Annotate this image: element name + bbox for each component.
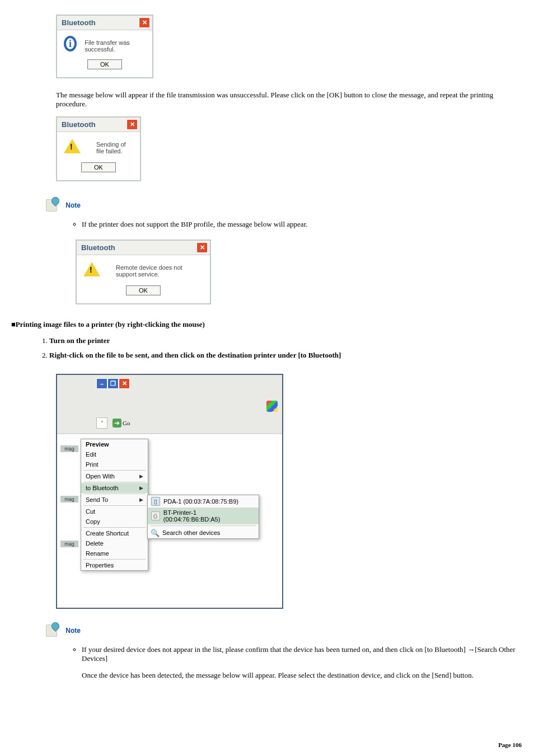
menu-item-label: to Bluetooth xyxy=(86,485,119,491)
file-thumbnail[interactable]: mag xyxy=(60,445,78,452)
submenu-item[interactable]: ⎙BT-Printer-1 (00:04:76:B6:BD:A5) xyxy=(148,508,259,524)
menu-item-label: Create Shortcut xyxy=(86,530,129,537)
note-heading: Note xyxy=(45,198,523,213)
pda-icon: ▯ xyxy=(151,497,160,506)
warning-icon: ! xyxy=(64,138,88,156)
dialog-not-supported: Bluetooth ✕ ! Remote device does not sup… xyxy=(76,240,211,304)
section-heading: ■Printing image files to a printer (by r… xyxy=(11,320,523,329)
context-menu-item[interactable]: Cut xyxy=(81,506,148,516)
file-thumbnail[interactable]: mag xyxy=(60,496,78,503)
file-thumbnail[interactable]: mag xyxy=(60,541,78,547)
dialog-message: File transfer was successful. xyxy=(85,36,143,53)
menu-item-label: Rename xyxy=(86,550,109,557)
context-menu-item[interactable]: Preview xyxy=(81,439,148,449)
ok-button[interactable]: OK xyxy=(126,285,161,295)
context-menu-item[interactable]: Rename xyxy=(81,548,148,558)
menu-item-label: Edit xyxy=(86,451,96,458)
submenu-item[interactable]: 🔍Search other devices xyxy=(148,527,259,538)
minimize-icon[interactable]: – xyxy=(96,378,107,389)
menu-item-label: Delete xyxy=(86,540,104,547)
menu-item-label: Preview xyxy=(86,441,109,448)
go-arrow-icon: ➔ xyxy=(113,419,121,428)
context-menu-item[interactable]: Delete xyxy=(81,538,148,548)
menu-separator xyxy=(83,470,146,471)
submenu-item-label: PDA-1 (00:03:7A:08:75:B9) xyxy=(163,498,238,505)
context-menu-item[interactable]: Create Shortcut xyxy=(81,528,148,538)
dialog-success: Bluetooth ✕ i File transfer was successf… xyxy=(56,15,153,78)
dialog-title: Bluetooth xyxy=(62,18,96,27)
menu-separator xyxy=(150,525,256,526)
context-menu-item[interactable]: Print xyxy=(81,459,148,469)
search-icon: 🔍 xyxy=(151,529,159,537)
close-icon[interactable]: ✕ xyxy=(119,378,130,389)
dialog-title: Bluetooth xyxy=(62,120,96,129)
note-label: Note xyxy=(65,201,81,209)
printer-icon: ⎙ xyxy=(151,511,160,520)
menu-item-label: Send To xyxy=(86,496,108,503)
restore-icon[interactable]: ❐ xyxy=(107,378,119,389)
ok-button[interactable]: OK xyxy=(81,162,116,172)
explorer-screenshot: – ❐ ✕ ˅ ➔ Go mag mag mag PreviewEditPrin… xyxy=(56,374,283,609)
close-icon[interactable]: ✕ xyxy=(196,242,208,253)
menu-item-label: Copy xyxy=(86,518,100,525)
context-menu-item[interactable]: Open With▶ xyxy=(81,471,148,481)
submenu-item-label: BT-Printer-1 (00:04:76:B6:BD:A5) xyxy=(163,509,254,523)
close-icon[interactable]: ✕ xyxy=(127,119,138,130)
warning-icon: ! xyxy=(83,261,108,279)
go-button[interactable]: ➔ Go xyxy=(110,418,133,428)
context-menu-item[interactable]: Properties xyxy=(81,560,148,570)
document-body: Bluetooth ✕ i File transfer was successf… xyxy=(11,11,523,680)
context-menu-item[interactable]: Edit xyxy=(81,449,148,459)
note-bullet: If your desired device does not appear i… xyxy=(82,645,523,680)
note-icon xyxy=(45,198,59,213)
paragraph: The message below will appear if the fil… xyxy=(56,91,523,109)
context-menu-item[interactable]: to Bluetooth▶ xyxy=(81,483,148,493)
bluetooth-submenu: ▯PDA-1 (00:03:7A:08:75:B9)⎙BT-Printer-1 … xyxy=(147,495,259,539)
step-2: Right-click on the file to be sent, and … xyxy=(49,351,523,360)
submenu-item[interactable]: ▯PDA-1 (00:03:7A:08:75:B9) xyxy=(148,495,259,508)
note-bullet: If the printer does not support the BIP … xyxy=(82,220,523,229)
menu-separator xyxy=(83,482,146,482)
ok-button[interactable]: OK xyxy=(87,59,122,69)
info-icon: i xyxy=(64,36,77,51)
submenu-item-label: Search other devices xyxy=(162,529,220,536)
menu-item-label: Properties xyxy=(86,562,114,569)
close-icon[interactable]: ✕ xyxy=(139,17,150,28)
menu-item-label: Open With xyxy=(86,473,115,480)
dialog-message: Remote device does not support service. xyxy=(116,261,201,278)
dialog-failed: Bluetooth ✕ ! Sending of file failed. OK xyxy=(56,116,141,181)
dropdown-icon[interactable]: ˅ xyxy=(96,417,107,429)
menu-separator xyxy=(83,494,146,494)
menu-item-label: Print xyxy=(86,461,99,468)
address-bar: ˅ ➔ Go xyxy=(57,415,282,434)
context-menu-item[interactable]: Send To▶ xyxy=(81,495,148,505)
context-menu-item[interactable]: Copy xyxy=(81,516,148,527)
submenu-arrow-icon: ▶ xyxy=(139,497,143,503)
menu-item-label: Cut xyxy=(86,508,95,515)
submenu-arrow-icon: ▶ xyxy=(139,485,143,491)
dialog-title: Bluetooth xyxy=(81,243,115,252)
menu-separator xyxy=(83,527,146,528)
windows-flag-icon xyxy=(266,401,278,412)
note-icon xyxy=(45,623,59,638)
menu-separator xyxy=(83,559,146,560)
note-paragraph: Once the device has been detected, the m… xyxy=(82,671,523,680)
window-controls: – ❐ ✕ xyxy=(96,378,278,389)
note-label: Note xyxy=(65,627,81,635)
note-heading: Note xyxy=(45,623,523,638)
context-menu: PreviewEditPrintOpen With▶to Bluetooth▶S… xyxy=(81,439,148,571)
dialog-message: Sending of file failed. xyxy=(96,138,131,154)
menu-separator xyxy=(83,505,146,506)
step-1: Turn on the printer xyxy=(49,336,523,345)
submenu-arrow-icon: ▶ xyxy=(139,473,143,479)
